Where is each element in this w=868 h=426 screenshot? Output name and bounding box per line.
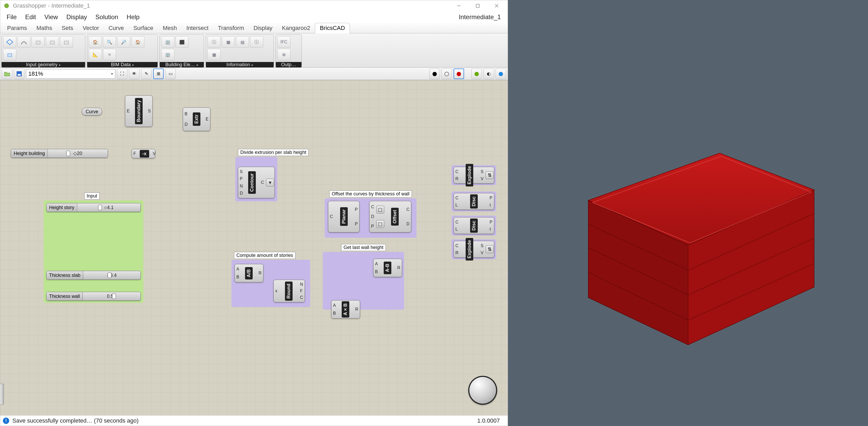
group-label: Compute amount of stories — [234, 252, 296, 259]
node-disc-2[interactable]: CL Disc Pt — [454, 217, 494, 234]
minimize-button[interactable] — [451, 1, 467, 11]
node-label: Planar — [340, 207, 348, 226]
node-divide[interactable]: AB A/B R — [235, 264, 264, 282]
ribbon-btn[interactable]: 🏢 — [161, 49, 175, 60]
ribbon-btn[interactable]: ≡ — [103, 49, 116, 60]
tab-intersect[interactable]: Intersect — [182, 23, 213, 33]
tab-sets[interactable]: Sets — [57, 23, 78, 33]
preview-blue-button[interactable]: ⬤ — [496, 68, 506, 79]
node-extrude[interactable]: BD Extr E — [183, 108, 210, 131]
node-round[interactable]: x Round NFC — [273, 280, 305, 302]
svg-rect-8 — [64, 41, 68, 44]
menu-file[interactable]: File — [2, 12, 21, 22]
ribbon-btn[interactable] — [17, 36, 30, 48]
shade-flat-button[interactable]: ⬤ — [429, 68, 440, 79]
statusbar: ! Save successfully completed… (70 secon… — [0, 415, 508, 426]
ribbon-btn[interactable]: ▦ — [208, 49, 221, 60]
tab-mesh[interactable]: Mesh — [158, 23, 182, 33]
ribbon-btn[interactable]: 🏢 — [161, 36, 175, 48]
ribbon-btn[interactable]: 🔍 — [103, 36, 116, 48]
shade-red-button[interactable]: ⬤ — [454, 68, 464, 79]
ribbon-btn[interactable] — [46, 36, 59, 48]
zoom-select[interactable]: 181%▾ — [26, 69, 115, 79]
shade-wire-button[interactable]: ◯ — [441, 68, 452, 79]
ribbon-group-bim-data: 🏠 🔍 🔎 🏠 📐 ≡ BIM Data▸ — [87, 34, 158, 66]
ribbon-btn[interactable]: Ⓘ — [208, 36, 221, 48]
ribbon-btn[interactable]: 📐 — [89, 49, 102, 60]
ribbon-btn[interactable]: 🏠 — [89, 36, 102, 48]
node-explode-1[interactable]: CR Explode SV ⇅ — [454, 167, 494, 184]
node-label: Disc — [470, 218, 478, 233]
slider-thickness-wall[interactable]: Thickness wall 0.5 ○ — [46, 292, 141, 301]
node-negate[interactable]: F -x V — [131, 149, 155, 158]
ribbon-btn[interactable]: ▤ — [236, 36, 249, 48]
node-boundary[interactable]: E Boundary S — [125, 95, 153, 127]
menu-view[interactable]: View — [40, 12, 62, 22]
menu-solution[interactable]: Solution — [91, 12, 122, 22]
ribbon-group-label: Input geometry — [26, 62, 58, 67]
canvas-compass[interactable] — [468, 376, 497, 405]
tab-bricscad[interactable]: BricsCAD — [315, 23, 350, 33]
tab-params[interactable]: Params — [2, 23, 32, 33]
menu-edit[interactable]: Edit — [21, 12, 40, 22]
preview-half-button[interactable]: ◐ — [484, 68, 494, 79]
node-label: A×B — [342, 301, 349, 317]
node-label: Offset — [391, 208, 399, 225]
param-curve[interactable]: Curve — [82, 108, 102, 116]
open-button[interactable] — [2, 68, 12, 79]
ribbon-btn[interactable]: 🏠 — [131, 36, 145, 48]
sketch-button[interactable]: ✎ — [141, 68, 152, 79]
canvas[interactable]: Curve E Boundary S BD Extr E Height buil… — [0, 80, 508, 415]
tab-surface[interactable]: Surface — [129, 23, 158, 33]
node-explode-2[interactable]: CR Explode SV ⇅ — [454, 241, 494, 257]
node-offset[interactable]: CDP ⬚⬚ Offset CD — [369, 201, 411, 233]
slider-thickness-slab[interactable]: Thickness slab ○ 0.4 — [46, 271, 141, 280]
preview-green-button[interactable]: ⬤ — [471, 68, 482, 79]
zoom-extents-button[interactable]: ⛶ — [117, 68, 127, 79]
slider-height-story[interactable]: Height story ○ 4.1 — [46, 203, 141, 212]
svg-rect-7 — [50, 41, 54, 44]
document-name: Intermediate_1 — [459, 13, 505, 21]
canvas-drawer-handle[interactable] — [0, 384, 4, 405]
menu-help[interactable]: Help — [122, 12, 144, 22]
preview-button[interactable]: 👁 — [129, 68, 140, 79]
node-multiply[interactable]: AB A×B R — [331, 300, 360, 318]
ribbon-group-label: Outp… — [281, 62, 296, 67]
tab-curve[interactable]: Curve — [104, 23, 129, 33]
tab-maths[interactable]: Maths — [32, 23, 57, 33]
ribbon-btn[interactable]: Ⓘ — [250, 36, 263, 48]
node-planar[interactable]: C Planar PP — [328, 201, 360, 233]
node-label: Round — [285, 281, 292, 301]
tab-display[interactable]: Display — [249, 23, 277, 33]
ribbon-btn[interactable]: ⚙ — [277, 49, 290, 60]
toggle-button[interactable]: ▭ — [165, 68, 176, 79]
tab-vector[interactable]: Vector — [78, 23, 104, 33]
ribbon-btn[interactable]: IFC — [277, 36, 290, 48]
node-disc-1[interactable]: CL Disc Pt — [454, 193, 494, 210]
status-message: Save successfully completed… (70 seconds… — [12, 417, 139, 424]
viewport-3d[interactable] — [508, 0, 868, 426]
slider-height-building[interactable]: Height building ◇ 20 — [11, 149, 108, 158]
menu-display[interactable]: Display — [62, 12, 91, 22]
node-label: Disc — [470, 194, 478, 209]
node-contour[interactable]: SPND Contour C ▾ — [238, 167, 275, 198]
maximize-button[interactable] — [470, 1, 486, 11]
node-label: Extr — [193, 113, 200, 126]
wires — [0, 80, 79, 120]
tab-kangaroo2[interactable]: Kangaroo2 — [277, 23, 315, 33]
ribbon-btn[interactable] — [3, 49, 16, 60]
close-button[interactable] — [489, 1, 504, 11]
node-subtract[interactable]: AB A-B R — [373, 259, 402, 277]
ribbon-btn[interactable]: ▦ — [222, 36, 235, 48]
ribbon-btn[interactable] — [32, 36, 45, 48]
save-button[interactable] — [14, 68, 24, 79]
svg-rect-6 — [36, 41, 40, 44]
ribbon-btn[interactable] — [3, 36, 16, 48]
tab-transform[interactable]: Transform — [213, 23, 249, 33]
ribbon-btn[interactable]: ⬛ — [176, 36, 189, 48]
group-label: Divide extrusion per slab height — [238, 149, 309, 156]
named-view-button[interactable]: ⊞ — [153, 68, 164, 79]
ribbon-btn[interactable] — [60, 36, 73, 48]
ribbon-tabbar: Params Maths Sets Vector Curve Surface M… — [0, 23, 508, 33]
ribbon-btn[interactable]: 🔎 — [117, 36, 130, 48]
